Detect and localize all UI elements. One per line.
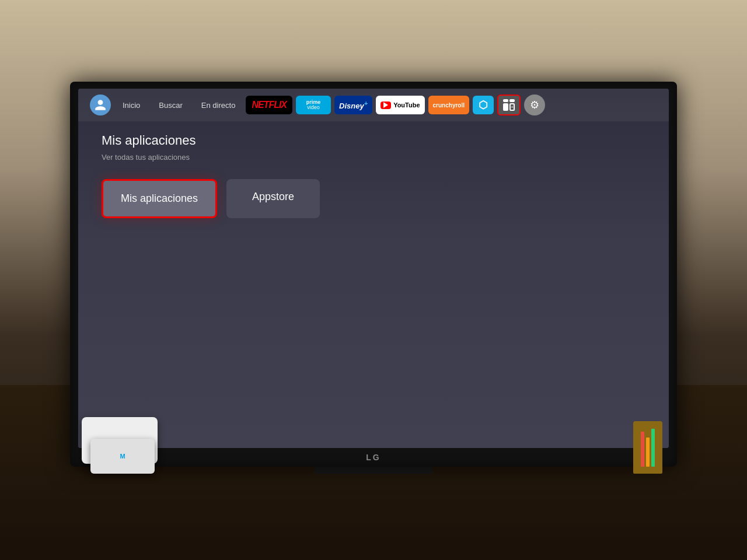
pencil-holder: [633, 421, 662, 474]
tv-stand-base: [315, 467, 432, 474]
youtube-play-icon: [381, 102, 391, 109]
nav-item-inicio[interactable]: Inicio: [118, 99, 145, 112]
tv-brand-label: LG: [366, 453, 381, 462]
section-title: Mis aplicaciones: [102, 133, 645, 148]
nav-apps: NETFLIX prime video Disney+ YouTube: [246, 94, 545, 116]
appstore-button[interactable]: Appstore: [226, 179, 320, 218]
my-apps-nav-button[interactable]: +: [497, 94, 521, 116]
nav-item-buscar[interactable]: Buscar: [154, 99, 187, 112]
user-avatar[interactable]: [90, 94, 111, 116]
youtube-app-icon[interactable]: YouTube: [376, 96, 424, 114]
settings-button[interactable]: ⚙: [524, 94, 545, 116]
pencil-green: [651, 429, 655, 467]
nav-bar: Inicio Buscar En directo NETFLIX prime v…: [78, 89, 669, 121]
prime-video-app-icon[interactable]: prime video: [296, 96, 331, 114]
movistar-logo: M: [120, 453, 125, 460]
app-buttons-row: Mis aplicaciones Appstore: [102, 179, 645, 218]
section-subtitle[interactable]: Ver todas tus aplicaciones: [102, 153, 645, 162]
nav-text-items: Inicio Buscar En directo: [118, 99, 240, 112]
main-content: Mis aplicaciones Ver todas tus aplicacio…: [78, 121, 669, 230]
nav-item-en-directo[interactable]: En directo: [197, 99, 240, 112]
pencil-orange: [646, 438, 650, 467]
mis-aplicaciones-button[interactable]: Mis aplicaciones: [102, 179, 217, 218]
gear-icon: ⚙: [530, 99, 539, 111]
firetv-interface: Inicio Buscar En directo NETFLIX prime v…: [78, 89, 669, 448]
netflix-app-icon[interactable]: NETFLIX: [246, 96, 292, 114]
pencil-red: [641, 432, 644, 467]
pencils: [641, 429, 655, 467]
apps-grid-icon: +: [503, 99, 515, 111]
movistar-device-2: M: [90, 439, 155, 474]
disney-plus-app-icon[interactable]: Disney+: [334, 96, 372, 114]
crunchyroll-app-icon[interactable]: crunchyroll: [428, 96, 469, 114]
tv-frame: LG Inicio Buscar En directo: [70, 82, 677, 467]
kodi-app-icon[interactable]: ⬡: [473, 96, 494, 114]
tv-screen: Inicio Buscar En directo NETFLIX prime v…: [78, 89, 669, 448]
